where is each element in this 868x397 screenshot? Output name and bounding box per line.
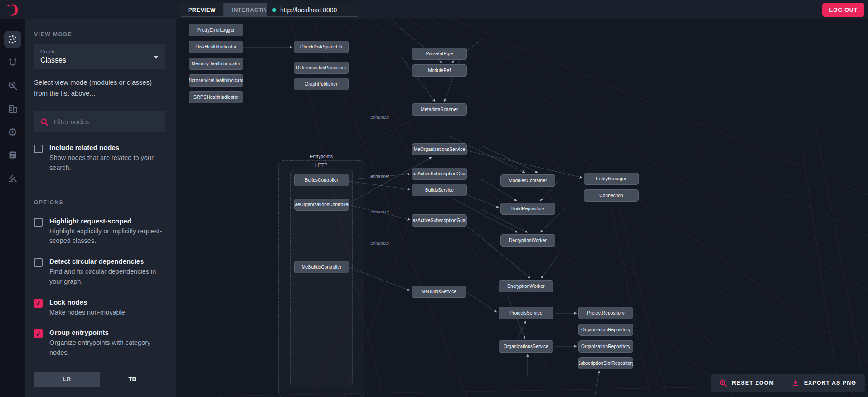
top-bar: PREVIEW INTERACTIVE http://localhost:800…: [0, 0, 868, 19]
checkbox[interactable]: ✓: [34, 299, 43, 308]
edge-label: enhancer: [370, 115, 389, 120]
rail-item-graph[interactable]: [4, 31, 21, 48]
option-desc: Show nodes that are related to your sear…: [49, 153, 165, 173]
sidebar: ⚙ VIEW MODE Graph Classes Sel: [0, 19, 176, 397]
rail-item-logs[interactable]: [4, 146, 21, 164]
rail-item-organizations[interactable]: [4, 100, 21, 117]
graph-node[interactable]: MeBuildsService: [412, 286, 466, 298]
target-url: http://localhost:8000: [280, 6, 337, 14]
layout-direction-toggle: LR TB: [34, 372, 165, 387]
graph-node[interactable]: EncryptionWorker: [499, 280, 553, 292]
option-desc: Highlight explicitly or implicitly reque…: [49, 227, 165, 247]
select-label: Graph: [40, 49, 159, 54]
settings-gear-icon: ⚙: [7, 126, 17, 138]
icon-rail: ⚙: [0, 19, 25, 397]
graph-node[interactable]: MeOrganizationsService: [412, 143, 467, 155]
rail-item-audit[interactable]: [4, 169, 21, 187]
rail-item-inspect[interactable]: [4, 77, 21, 94]
filter-box: [34, 111, 165, 132]
reset-zoom-button[interactable]: RESET ZOOM: [711, 374, 783, 392]
graph-node[interactable]: ProjectsService: [499, 307, 553, 319]
select-value: Classes: [40, 56, 159, 64]
control-panel: VIEW MODE Graph Classes Select view mode…: [25, 19, 176, 397]
edge-label: enhancer: [370, 241, 389, 246]
view-mode-heading: VIEW MODE: [34, 31, 165, 38]
edge-label: enhancer: [370, 209, 389, 214]
option-title: Group entrypoints: [49, 329, 165, 336]
graph-node[interactable]: MeOrganizationsController: [294, 198, 349, 211]
canvas-action-bar: RESET ZOOM EXPORT AS PNG: [711, 374, 865, 392]
graph-node[interactable]: OrganizationRepository: [578, 340, 633, 353]
option-row: Include related nodesShow nodes that are…: [34, 144, 165, 173]
option-title: Highlight request-scoped: [49, 217, 165, 225]
tab-preview[interactable]: PREVIEW: [180, 3, 223, 16]
graph-node[interactable]: MicroserviceHealthIndicator: [189, 74, 243, 87]
download-icon: [792, 379, 799, 387]
search-icon: [40, 118, 48, 126]
tab-preview-label: PREVIEW: [188, 7, 216, 13]
graph-node[interactable]: ParseIntPipe: [412, 48, 467, 60]
option-row: ✓Lock nodesMake nodes non-movable.: [34, 298, 165, 318]
rail-item-settings[interactable]: ⚙: [4, 123, 21, 140]
helper-text: Select view mode (modules or classes) fr…: [34, 77, 165, 99]
export-png-button[interactable]: EXPORT AS PNG: [783, 374, 865, 392]
option-title: Include related nodes: [49, 144, 165, 151]
logs-document-icon: [7, 150, 18, 160]
graph-node[interactable]: PrettyErrorLogger: [189, 24, 243, 36]
export-png-label: EXPORT AS PNG: [804, 380, 856, 386]
option-text: Lock nodesMake nodes non-movable.: [49, 298, 127, 318]
nestjs-logo[interactable]: [0, 0, 25, 19]
graph-node[interactable]: BuildRepository: [500, 203, 555, 215]
group-label: HTTP: [315, 163, 327, 168]
routes-icon: [7, 57, 18, 68]
graph-node[interactable]: SubscriptionSlotRepository: [578, 357, 633, 369]
filter-nodes-input[interactable]: [53, 118, 159, 126]
option-text: Group entrypointsOrganize entrypoints wi…: [49, 329, 165, 358]
graph-node[interactable]: HasActiveSubscriptionGuard: [412, 168, 467, 180]
zoom-reset-icon: [719, 379, 727, 387]
logout-button[interactable]: LOG OUT: [822, 3, 864, 17]
graph-mode-select[interactable]: Graph Classes: [34, 44, 165, 69]
section-divider: [34, 187, 165, 187]
checkbox[interactable]: [34, 258, 43, 267]
option-text: Highlight request-scopedHighlight explic…: [49, 217, 165, 247]
chevron-down-icon: [154, 56, 158, 59]
graph-node[interactable]: EntityManager: [584, 173, 639, 185]
option-desc: Find and fix circular dependencies in yo…: [49, 267, 165, 287]
graph-node[interactable]: Connection: [584, 189, 639, 202]
option-desc: Organize entrypoints with category nodes…: [49, 338, 165, 358]
graph-node[interactable]: BuildsController: [294, 174, 349, 186]
graph-node[interactable]: DecryptionWorker: [500, 234, 555, 247]
nestjs-logo-icon: [5, 3, 20, 17]
graph-node[interactable]: MemoryHealthIndicator: [189, 58, 243, 70]
option-desc: Make nodes non-movable.: [49, 308, 127, 318]
direction-lr-button[interactable]: LR: [34, 372, 100, 387]
option-row: ✓Group entrypointsOrganize entrypoints w…: [34, 329, 165, 358]
graph-node[interactable]: MetadataScanner: [412, 103, 467, 116]
rail-item-routes[interactable]: [4, 54, 21, 71]
graph-node[interactable]: ProjectRepository: [578, 307, 633, 319]
checkbox[interactable]: ✓: [34, 329, 43, 338]
graph-node[interactable]: GRPCHealthIndicator: [189, 91, 243, 103]
graph-node[interactable]: OrganizationRepository: [578, 324, 633, 336]
graph-node[interactable]: ModuleRef: [412, 64, 467, 77]
option-text: Detect circular dependenciesFind and fix…: [49, 257, 165, 287]
graph-node[interactable]: DifferenceJobProcessor: [294, 62, 349, 74]
group-label: Entrypoints: [310, 154, 333, 159]
target-url-pill[interactable]: http://localhost:8000: [266, 3, 359, 17]
graph-node[interactable]: DiskHealthIndicator: [189, 41, 243, 53]
checkbox[interactable]: [34, 145, 43, 153]
graph-node[interactable]: BuildsService: [412, 184, 467, 196]
reset-zoom-label: RESET ZOOM: [732, 380, 774, 386]
direction-tb-button[interactable]: TB: [100, 372, 165, 387]
graph-node[interactable]: HasActiveSubscriptionGuard: [412, 214, 467, 227]
graph-node[interactable]: ModulesContainer: [500, 174, 555, 187]
graph-node[interactable]: CheckDiskSpaceLib: [294, 41, 349, 53]
graph-node[interactable]: MeBuildsController: [294, 261, 349, 273]
checkbox[interactable]: [34, 218, 43, 227]
status-dot: [272, 8, 276, 12]
option-row: Detect circular dependenciesFind and fix…: [34, 257, 165, 287]
graph-view-icon: [7, 34, 18, 45]
graph-node[interactable]: OrganizationsService: [499, 340, 553, 353]
graph-node[interactable]: GraphPublisher: [294, 78, 349, 90]
